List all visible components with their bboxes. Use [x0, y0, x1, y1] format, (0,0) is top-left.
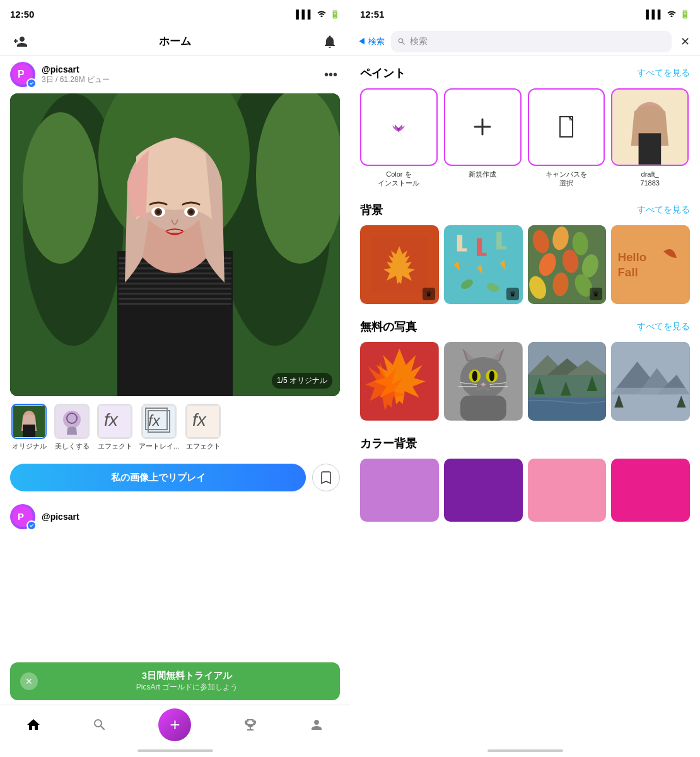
post-image-inner: [10, 93, 340, 396]
svg-rect-15: [119, 288, 231, 290]
svg-rect-62: [611, 225, 690, 304]
search-bar[interactable]: 検索: [391, 31, 672, 52]
svg-text:fx: fx: [192, 410, 207, 430]
photos-grid: [360, 342, 690, 421]
paint-section-header: ペイント すべてを見る: [360, 66, 690, 81]
svg-rect-29: [23, 425, 35, 437]
paint-box-color: [360, 88, 438, 166]
right-nav: ◀ 検索 検索 ✕: [350, 28, 700, 56]
filter-label-effects: エフェクト: [98, 442, 132, 451]
svg-text:P: P: [18, 69, 25, 79]
back-button[interactable]: ◀ 検索: [358, 36, 385, 47]
paint-label-color: Color をインストール: [378, 170, 419, 188]
svg-text:Hello: Hello: [618, 251, 647, 264]
svg-rect-47: [639, 133, 662, 164]
filter-artlens[interactable]: fx アートレイ...: [139, 404, 179, 451]
add-user-button[interactable]: [10, 32, 30, 52]
paint-box-draft: [611, 88, 689, 166]
notifications-button[interactable]: [320, 32, 340, 52]
svg-rect-13: [119, 278, 231, 279]
right-home-indicator: [487, 749, 563, 752]
filter-label-beautify: 美しくする: [55, 442, 90, 451]
image-counter: 1/5 オリジナル: [272, 373, 332, 389]
color-bg-pink-hot[interactable]: [611, 459, 690, 522]
svg-rect-16: [119, 293, 231, 295]
filter-label-original: オリジナル: [12, 442, 47, 451]
filter-thumb-effects2: fx: [185, 404, 221, 439]
filter-effects[interactable]: fx エフェクト: [96, 404, 134, 451]
bg-section-header: 背景 すべてを見る: [360, 202, 690, 218]
paint-label-canvas: キャンバスを選択: [545, 170, 587, 188]
svg-point-74: [472, 371, 477, 382]
second-post-header: P @picsart: [0, 496, 350, 537]
trial-close-button[interactable]: ✕: [20, 672, 38, 690]
close-button[interactable]: ✕: [678, 35, 692, 49]
nav-trophy[interactable]: [243, 717, 258, 732]
filter-bar: オリジナル 美しくする fx エフェクト: [0, 396, 350, 459]
crown-badge-autumn: ♛: [423, 288, 435, 300]
bg-item-autumn[interactable]: ♛: [360, 225, 439, 304]
bg-see-all[interactable]: すべてを見る: [637, 204, 690, 216]
filter-thumb-beautify: [54, 404, 90, 439]
right-status-time: 12:51: [360, 9, 384, 20]
page-title: ホーム: [159, 34, 191, 49]
bookmark-button[interactable]: [312, 464, 340, 491]
svg-rect-17: [119, 298, 231, 300]
filter-label-artlens: アートレイ...: [139, 442, 179, 451]
post-meta: @picsart 3日 / 61.28M ビュー: [42, 64, 315, 85]
filter-thumb-original: [11, 404, 47, 439]
nav-search[interactable]: [92, 717, 107, 732]
post-header: P @picsart 3日 / 61.28M ビュー •••: [0, 56, 350, 93]
second-verified-badge: [26, 520, 37, 531]
svg-rect-14: [119, 283, 231, 285]
post-image: 1/5 オリジナル: [10, 93, 340, 396]
svg-rect-89: [528, 397, 607, 420]
right-signal-icon: ▌▌▌: [646, 9, 663, 19]
photo-item-mountain[interactable]: [611, 342, 690, 421]
paint-item-color[interactable]: Color をインストール: [360, 88, 438, 187]
second-avatar[interactable]: P: [10, 504, 35, 529]
left-status-time: 12:50: [10, 9, 34, 20]
color-bg-purple-light[interactable]: [360, 459, 439, 522]
search-placeholder: 検索: [410, 36, 428, 47]
paint-item-new[interactable]: 新規作成: [444, 88, 522, 187]
nav-home[interactable]: [26, 717, 41, 732]
bg-item-hello[interactable]: Hello Fall: [611, 225, 690, 304]
nav-profile[interactable]: [309, 717, 324, 732]
svg-text:fx: fx: [104, 410, 119, 430]
avatar[interactable]: P: [10, 62, 35, 87]
nav-create[interactable]: +: [158, 708, 191, 741]
home-indicator: [137, 749, 213, 752]
paint-label-new: 新規作成: [469, 170, 496, 179]
svg-point-26: [189, 210, 193, 214]
color-bg-title: カラー背景: [360, 436, 417, 451]
paint-see-all[interactable]: すべてを見る: [637, 67, 690, 79]
verified-badge: [26, 78, 37, 88]
signal-icon: ▌▌▌: [296, 9, 313, 19]
more-options-button[interactable]: •••: [322, 65, 340, 85]
replay-button[interactable]: 私の画像上でリプレイ: [10, 464, 306, 491]
post-stats: 3日 / 61.28M ビュー: [42, 74, 315, 85]
color-bg-pink-light[interactable]: [528, 459, 607, 522]
right-content: ペイント すべてを見る Color をインストール: [350, 56, 700, 744]
svg-point-23: [156, 210, 160, 214]
color-bg-purple-dark[interactable]: [444, 459, 523, 522]
paint-item-draft[interactable]: draft_71883: [611, 88, 689, 187]
filter-original[interactable]: オリジナル: [10, 404, 48, 451]
photos-see-all[interactable]: すべてを見る: [637, 321, 690, 332]
color-bg-grid: [360, 459, 690, 522]
svg-point-6: [23, 112, 98, 264]
paint-box-new: [444, 88, 522, 166]
right-wifi-icon: [667, 9, 677, 19]
photo-item-autumn[interactable]: [360, 342, 439, 421]
right-status-icons: ▌▌▌ 🔋: [646, 9, 690, 19]
filter-beautify[interactable]: 美しくする: [53, 404, 91, 451]
photo-item-river[interactable]: [528, 342, 607, 421]
paint-item-canvas[interactable]: キャンバスを選択: [528, 88, 605, 187]
bg-item-leaves[interactable]: ♛: [528, 225, 607, 304]
color-bg-section: カラー背景: [360, 436, 690, 522]
photo-item-cat[interactable]: [444, 342, 523, 421]
trial-text: 3日間無料トライアル PicsArt ゴールドに参加しよう: [44, 670, 330, 693]
bg-item-socks[interactable]: ♛: [444, 225, 523, 304]
filter-effects2[interactable]: fx エフェクト: [184, 404, 222, 451]
